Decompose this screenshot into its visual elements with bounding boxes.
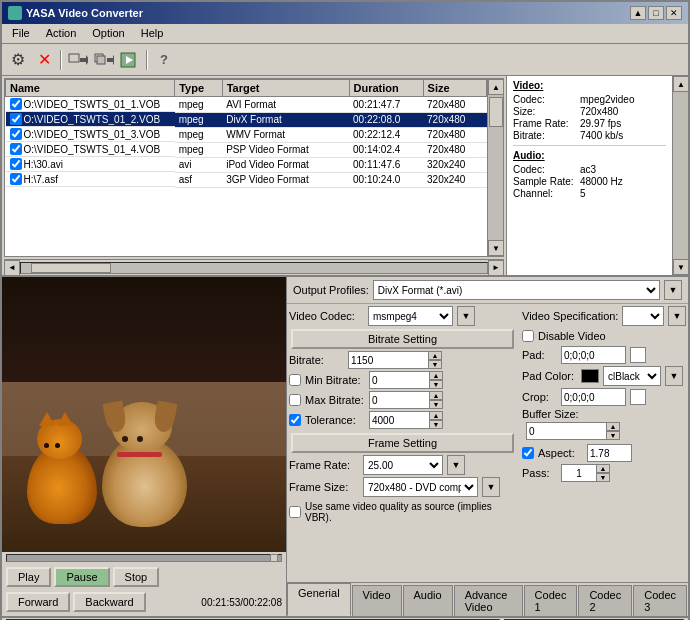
minimize-button[interactable]: ▲ <box>630 6 646 20</box>
pass-down[interactable]: ▼ <box>596 473 610 482</box>
backward-button[interactable]: Backward <box>73 592 145 612</box>
pad-checkbox[interactable] <box>630 347 646 363</box>
hscroll-right-button[interactable]: ► <box>488 260 504 276</box>
frame-size-arrow[interactable]: ▼ <box>482 477 500 497</box>
menu-file[interactable]: File <box>6 26 36 41</box>
video-spec-select[interactable] <box>622 306 664 326</box>
bitrate-down[interactable]: ▼ <box>428 360 442 369</box>
bitrate-input[interactable] <box>348 351 428 369</box>
disable-video-checkbox[interactable] <box>522 330 534 342</box>
crop-input[interactable] <box>561 388 626 406</box>
min-bitrate-checkbox[interactable] <box>289 374 301 386</box>
convert2-tool-button[interactable] <box>92 48 116 72</box>
pad-color-select[interactable]: clBlack <box>603 366 661 386</box>
frame-rate-select[interactable]: 25.00 <box>363 455 443 475</box>
col-target[interactable]: Target <box>222 80 349 97</box>
hscroll-left-button[interactable]: ◄ <box>4 260 20 276</box>
pause-button[interactable]: Pause <box>54 567 109 587</box>
buffer-up[interactable]: ▲ <box>606 422 620 431</box>
settings-tool-button[interactable]: ⚙ <box>6 48 30 72</box>
table-row[interactable]: H:\7.asf asf 3GP Video Format 00:10:24.0… <box>6 172 487 187</box>
row-checkbox[interactable] <box>10 98 22 110</box>
frame-rate-arrow[interactable]: ▼ <box>447 455 465 475</box>
tab-generial[interactable]: Generial <box>287 583 351 616</box>
min-bitrate-down[interactable]: ▼ <box>429 380 443 389</box>
pad-color-swatch[interactable] <box>581 369 599 383</box>
maximize-button[interactable]: □ <box>648 6 664 20</box>
tab-video[interactable]: Video <box>352 585 402 616</box>
row-checkbox[interactable] <box>10 158 22 170</box>
scroll-down-button[interactable]: ▼ <box>488 240 504 256</box>
tab-codec3[interactable]: Codec 3 <box>633 585 687 616</box>
help-tool-button[interactable]: ? <box>152 48 176 72</box>
tolerance-up[interactable]: ▲ <box>429 411 443 420</box>
row-checkbox[interactable] <box>10 113 22 125</box>
tab-codec2[interactable]: Codec 2 <box>578 585 632 616</box>
close-button[interactable]: ✕ <box>666 6 682 20</box>
pad-color-arrow[interactable]: ▼ <box>665 366 683 386</box>
scroll-thumb[interactable] <box>489 97 503 127</box>
col-type[interactable]: Type <box>175 80 223 97</box>
table-row[interactable]: O:\VIDEO_TSWTS_01_3.VOB mpeg WMV Format … <box>6 127 487 142</box>
min-bitrate-up[interactable]: ▲ <box>429 371 443 380</box>
aspect-checkbox[interactable] <box>522 447 534 459</box>
row-checkbox[interactable] <box>10 128 22 140</box>
max-bitrate-up[interactable]: ▲ <box>429 391 443 400</box>
info-scroll-down[interactable]: ▼ <box>673 259 688 275</box>
tolerance-input[interactable] <box>369 411 429 429</box>
video-codec-arrow[interactable]: ▼ <box>457 306 475 326</box>
tolerance-checkbox[interactable] <box>289 414 301 426</box>
convert-tool-button[interactable] <box>66 48 90 72</box>
bitrate-setting-button[interactable]: Bitrate Setting <box>291 329 514 349</box>
aspect-input[interactable] <box>587 444 632 462</box>
tab-advance-video[interactable]: Advance Video <box>454 585 523 616</box>
bitrate-up[interactable]: ▲ <box>428 351 442 360</box>
frame-setting-button[interactable]: Frame Setting <box>291 433 514 453</box>
output-profile-arrow[interactable]: ▼ <box>664 280 682 300</box>
forward-button[interactable]: Forward <box>6 592 70 612</box>
menu-help[interactable]: Help <box>135 26 170 41</box>
info-scroll-track[interactable] <box>673 92 688 259</box>
table-row[interactable]: H:\30.avi avi iPod Video Format 00:11:47… <box>6 157 487 172</box>
table-row[interactable]: O:\VIDEO_TSWTS_01_4.VOB mpeg PSP Video F… <box>6 142 487 157</box>
output-profile-select[interactable]: DivX Format (*.avi) <box>373 280 660 300</box>
col-name[interactable]: Name <box>6 80 175 97</box>
row-checkbox[interactable] <box>10 173 22 185</box>
scroll-track[interactable] <box>488 95 503 240</box>
video-codec-select[interactable]: msmpeg4 <box>368 306 453 326</box>
play-button[interactable]: Play <box>6 567 51 587</box>
max-bitrate-checkbox[interactable] <box>289 394 301 406</box>
tab-codec1[interactable]: Codec 1 <box>524 585 578 616</box>
video-spec-arrow[interactable]: ▼ <box>668 306 686 326</box>
seek-track[interactable] <box>6 554 282 562</box>
buffer-input[interactable] <box>526 422 606 440</box>
vbr-checkbox[interactable] <box>289 506 301 518</box>
tolerance-down[interactable]: ▼ <box>429 420 443 429</box>
crop-checkbox[interactable] <box>630 389 646 405</box>
info-scroll-up[interactable]: ▲ <box>673 76 688 92</box>
pad-input[interactable] <box>561 346 626 364</box>
menu-action[interactable]: Action <box>40 26 83 41</box>
table-row[interactable]: O:\VIDEO_TSWTS_01_1.VOB mpeg AVI Format … <box>6 97 487 113</box>
row-type: mpeg <box>175 142 223 157</box>
table-row[interactable]: O:\VIDEO_TSWTS_01_2.VOB mpeg DivX Format… <box>6 112 487 127</box>
max-bitrate-down[interactable]: ▼ <box>429 400 443 409</box>
pass-input[interactable] <box>561 464 596 482</box>
delete-tool-button[interactable]: ✕ <box>32 48 56 72</box>
tab-audio[interactable]: Audio <box>403 585 453 616</box>
info-panel-vscrollbar[interactable]: ▲ ▼ <box>672 76 688 275</box>
row-checkbox[interactable] <box>10 143 22 155</box>
menu-option[interactable]: Option <box>86 26 130 41</box>
batch-tool-button[interactable] <box>118 48 142 72</box>
pass-up[interactable]: ▲ <box>596 464 610 473</box>
col-duration[interactable]: Duration <box>349 80 423 97</box>
col-size[interactable]: Size <box>423 80 486 97</box>
file-list-vscrollbar[interactable]: ▲ ▼ <box>487 79 503 256</box>
frame-size-select[interactable]: 720x480 - DVD compli <box>363 477 478 497</box>
stop-button[interactable]: Stop <box>113 567 160 587</box>
min-bitrate-input[interactable] <box>369 371 429 389</box>
scroll-up-button[interactable]: ▲ <box>488 79 504 95</box>
buffer-down[interactable]: ▼ <box>606 431 620 440</box>
video-bitrate-row: Bitrate: 7400 kb/s <box>513 130 666 141</box>
max-bitrate-input[interactable] <box>369 391 429 409</box>
